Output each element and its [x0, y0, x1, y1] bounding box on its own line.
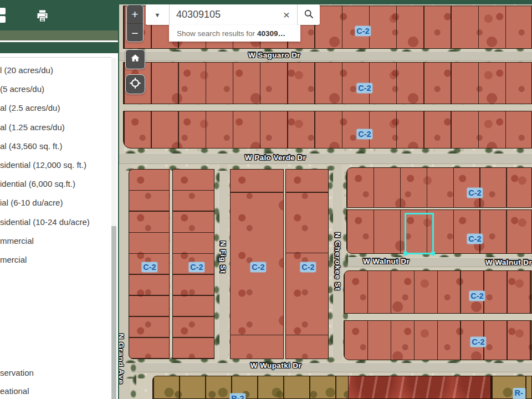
close-icon: ×	[283, 8, 290, 22]
print-button[interactable]	[34, 8, 50, 25]
street-label: W Walnut Dr	[485, 258, 532, 267]
legend-item: sidential (12,000 sq. ft.)	[0, 160, 86, 170]
street-label: W Palo Verde Dr	[245, 154, 306, 162]
locate-icon	[129, 77, 141, 91]
legend-item: al (43,560 sq. ft.)	[0, 141, 63, 151]
parcel-block	[348, 376, 491, 399]
legend-item: al (2.5 acres/du)	[0, 103, 60, 113]
sidebar-subheader-strip	[0, 30, 118, 40]
zoom-control: + −	[126, 4, 144, 42]
street-label: N Fig St	[219, 241, 227, 274]
zone-label: C-2	[470, 337, 486, 347]
search-box: ▼ ×	[146, 4, 320, 25]
zone-label: C-2	[300, 262, 316, 273]
street-label: W Saguaro Dr	[248, 51, 300, 59]
selected-parcel-highlight	[405, 213, 434, 254]
zone-label: C-2	[469, 291, 485, 301]
sidebar: l (20 acres/du) (5 acres/du) al (2.5 acr…	[0, 0, 119, 399]
legend-item: al (1.25 acres/du)	[0, 122, 65, 132]
street-label: W Wupatki Dr	[250, 361, 301, 370]
parcel-block	[123, 62, 532, 104]
sidebar-scrollbar-thumb[interactable]	[111, 226, 116, 399]
zone-label: R-2	[513, 388, 526, 399]
zone-label: C-2	[355, 26, 371, 37]
zone-label: C-2	[467, 188, 483, 198]
street-road	[123, 105, 532, 110]
clear-search-button[interactable]: ×	[276, 4, 298, 25]
parcel-block	[152, 376, 349, 399]
printer-icon	[34, 16, 50, 25]
legend-item: l (20 acres/du)	[0, 65, 53, 75]
zone-label: C-2	[467, 234, 483, 244]
legend-item: mercial	[0, 254, 27, 265]
parcel-block	[491, 376, 532, 399]
street-road	[131, 362, 532, 372]
search-source-dropdown[interactable]: ▼	[146, 4, 170, 25]
sidebar-header	[0, 0, 118, 30]
zone-label: R-2	[229, 393, 245, 399]
search-suggestion[interactable]: Show search results for 40309…	[169, 25, 300, 42]
search-input[interactable]	[170, 4, 276, 25]
locate-me-button[interactable]	[125, 74, 145, 94]
search-icon	[303, 8, 314, 22]
home-icon	[130, 53, 141, 66]
street-label: W Walnut Dr	[363, 257, 410, 265]
parcel-block	[123, 111, 532, 149]
suggestion-term: 40309…	[257, 29, 285, 38]
legend-item: eational	[0, 386, 29, 396]
zone-label: C-2	[141, 262, 157, 273]
home-extent-button[interactable]	[125, 49, 145, 69]
parcel-block	[346, 209, 532, 254]
legend-item: mmercial	[0, 236, 34, 246]
legend-item: (5 acres/du)	[0, 84, 44, 94]
zone-label: C-2	[356, 129, 372, 140]
chevron-down-icon: ▼	[155, 12, 161, 18]
legend-header-bar	[0, 42, 118, 53]
zone-label: C-2	[188, 262, 204, 273]
street-road	[119, 153, 532, 164]
parcel-block	[344, 320, 532, 360]
street-road	[119, 51, 532, 61]
legend-item: ial (6-10 du/acre)	[0, 197, 63, 208]
legend-item: idential (6,000 sq.ft.)	[0, 178, 75, 189]
zoom-in-button[interactable]: +	[127, 5, 143, 24]
zone-label: C-2	[356, 83, 372, 94]
zone-label: C-2	[250, 262, 266, 273]
search-submit-button[interactable]	[298, 4, 320, 25]
legend-item: sidential (10-24 du/acre)	[0, 217, 90, 227]
suggestion-text: Show search results for	[177, 29, 255, 38]
zoom-out-button[interactable]: −	[127, 24, 143, 42]
map-canvas[interactable]: W Saguaro Dr W Palo Verde Dr W Walnut Dr…	[119, 0, 532, 399]
street-label: N Cherokee St	[334, 232, 342, 290]
legend-item: servation	[0, 367, 34, 378]
apps-icon[interactable]	[0, 8, 6, 24]
street-label: N Grand Ave	[119, 334, 125, 385]
parcel-block	[344, 270, 532, 314]
divider	[0, 57, 111, 58]
parcel-block	[346, 167, 532, 208]
